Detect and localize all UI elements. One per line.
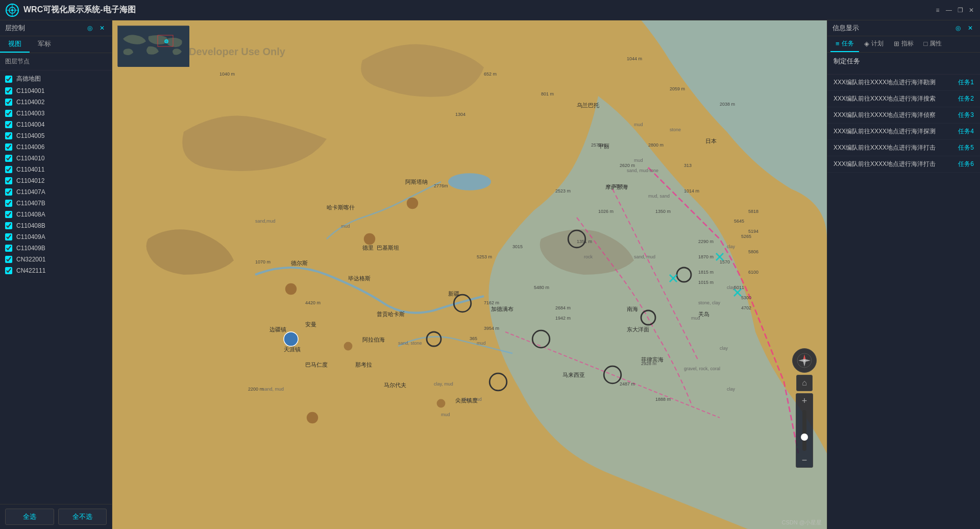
sidebar-close-icon[interactable]: ✕ bbox=[97, 23, 107, 33]
zoom-slider[interactable] bbox=[802, 410, 806, 451]
mission-section: 制定任务 bbox=[827, 53, 980, 75]
svg-line-25 bbox=[734, 289, 741, 296]
map-region-label: 天涯镇 bbox=[284, 346, 301, 353]
map-region-label: 德尔斯 bbox=[291, 259, 308, 267]
map-region-label: 阿斯塔纳 bbox=[405, 178, 428, 186]
layer-checkbox-0[interactable] bbox=[5, 76, 12, 83]
deselect-all-button[interactable]: 全不选 bbox=[58, 509, 107, 525]
right-tab-任务[interactable]: ≡任务 bbox=[830, 36, 859, 52]
map-region-label: 甲丽 bbox=[598, 142, 609, 150]
mission-item-4[interactable]: XXX编队前往XXXX地点进行海洋打击 任务5 bbox=[827, 140, 980, 156]
compass-control[interactable] bbox=[792, 348, 817, 373]
mission-text-1: XXX编队前往XXXX地点进行海洋搜索 bbox=[834, 94, 954, 103]
layer-checkbox-14[interactable] bbox=[5, 233, 12, 241]
layer-checkbox-9[interactable] bbox=[5, 177, 12, 184]
layer-item: C110409B bbox=[0, 243, 112, 254]
zoom-out-button[interactable]: − bbox=[796, 453, 813, 467]
layer-checkbox-17[interactable] bbox=[5, 267, 12, 274]
map-region-label: 德里 bbox=[362, 244, 374, 252]
layer-checkbox-6[interactable] bbox=[5, 143, 12, 151]
title-left: WRC可视化展示系统-电子海图 bbox=[5, 3, 136, 17]
right-header-icons: ◎ ✕ bbox=[953, 23, 975, 33]
view-tabs: 视图 军标 bbox=[0, 36, 112, 53]
svg-point-12 bbox=[454, 295, 471, 312]
layer-name-14: C110409A bbox=[16, 233, 107, 241]
layer-checkbox-2[interactable] bbox=[5, 99, 12, 106]
map-depth-label: 2776m bbox=[434, 183, 448, 188]
map-depth-label: mud, sand bbox=[648, 194, 670, 199]
layer-checkbox-4[interactable] bbox=[5, 121, 12, 128]
right-tabs: ≡任务◈计划⊞指标□属性 bbox=[827, 36, 980, 53]
mission-item-2[interactable]: XXX编队前往XXXX地点进行海洋侦察 任务3 bbox=[827, 107, 980, 124]
layer-name-0: 高德地图 bbox=[16, 75, 107, 83]
map-depth-label: clay bbox=[727, 387, 735, 392]
layer-checkbox-16[interactable] bbox=[5, 256, 12, 263]
dev-watermark: Developer Use Only bbox=[189, 46, 285, 58]
svg-line-20 bbox=[716, 253, 723, 260]
map-depth-label: sand,mud bbox=[255, 219, 276, 224]
mission-badge-2: 任务3 bbox=[958, 111, 974, 119]
tab-label-任务: 任务 bbox=[842, 39, 854, 48]
map-region-label: 新疆 bbox=[448, 290, 459, 298]
maximize-button[interactable]: ❐ bbox=[957, 7, 964, 14]
svg-point-19 bbox=[427, 332, 441, 346]
mission-item-0[interactable]: XXX编队前往XXXX地点进行海洋勘测 任务1 bbox=[827, 75, 980, 91]
right-close-icon[interactable]: ✕ bbox=[966, 23, 975, 33]
map-depth-label: 2620 m bbox=[620, 163, 635, 168]
right-tab-属性[interactable]: □属性 bbox=[919, 36, 947, 52]
tab-military[interactable]: 军标 bbox=[30, 36, 59, 53]
right-tab-指标[interactable]: ⊞指标 bbox=[889, 36, 919, 52]
layer-checkbox-1[interactable] bbox=[5, 87, 12, 94]
layer-checkbox-7[interactable] bbox=[5, 155, 12, 162]
map-region-label: 普贡哈卡斯 bbox=[377, 310, 405, 318]
mission-item-3[interactable]: XXX编队前往XXXX地点进行海洋探测 任务4 bbox=[827, 124, 980, 140]
map-depth-label: 1044 m bbox=[627, 56, 642, 61]
map-depth-label: 313 bbox=[684, 163, 692, 168]
map-labels: mudstonemudsand, mud·toneclaymud, sandsa… bbox=[112, 20, 827, 529]
tab-icon-属性: □ bbox=[924, 40, 928, 47]
map-area[interactable]: Developer Use Only mudstonemudsand, mud·… bbox=[112, 20, 827, 529]
map-depth-label: clay bbox=[720, 346, 728, 351]
mission-item-1[interactable]: XXX编队前往XXXX地点进行海洋搜索 任务2 bbox=[827, 91, 980, 107]
layer-item: CN422111 bbox=[0, 265, 112, 276]
home-button[interactable]: ⌂ bbox=[796, 375, 813, 391]
mission-badge-1: 任务2 bbox=[958, 94, 974, 103]
minimap[interactable] bbox=[117, 26, 189, 66]
mission-section-title: 制定任务 bbox=[834, 57, 974, 66]
map-depth-label: 1253 m bbox=[612, 183, 628, 188]
map-region-label: 哈卡斯喀什 bbox=[327, 204, 355, 211]
layer-checkbox-8[interactable] bbox=[5, 166, 12, 173]
mission-list: XXX编队前往XXXX地点进行海洋勘测 任务1 XXX编队前往XXXX地点进行海… bbox=[827, 75, 980, 529]
layer-item: C1104005 bbox=[0, 130, 112, 141]
svg-point-32 bbox=[284, 332, 298, 346]
sidebar-refresh-icon[interactable]: ◎ bbox=[85, 23, 94, 33]
mission-badge-0: 任务1 bbox=[958, 78, 974, 87]
map-region-label: 那考拉 bbox=[355, 361, 372, 369]
layer-checkbox-15[interactable] bbox=[5, 245, 12, 252]
layer-checkbox-12[interactable] bbox=[5, 211, 12, 218]
minimize-button[interactable]: — bbox=[945, 7, 952, 14]
menu-button[interactable]: ≡ bbox=[934, 7, 941, 14]
map-depth-label: 5265 bbox=[741, 234, 751, 239]
layer-name-16: CN322001 bbox=[16, 256, 107, 263]
layer-item: C1104012 bbox=[0, 175, 112, 186]
right-tab-计划[interactable]: ◈计划 bbox=[859, 36, 889, 52]
layer-checkbox-5[interactable] bbox=[5, 132, 12, 139]
map-region-label: 边疆镇 bbox=[270, 326, 286, 333]
mission-item-5[interactable]: XXX编队前往XXXX地点进行海洋打击 任务6 bbox=[827, 156, 980, 173]
map-depth-label: 6100 bbox=[748, 270, 758, 275]
layer-checkbox-3[interactable] bbox=[5, 110, 12, 117]
layer-item: C1104006 bbox=[0, 141, 112, 153]
layer-checkbox-11[interactable] bbox=[5, 200, 12, 207]
layer-checkbox-10[interactable] bbox=[5, 188, 12, 196]
tab-map[interactable]: 视图 bbox=[0, 36, 30, 53]
layer-item: C110407B bbox=[0, 198, 112, 209]
layer-checkbox-13[interactable] bbox=[5, 222, 12, 229]
zoom-in-button[interactable]: + bbox=[796, 394, 813, 408]
svg-point-29 bbox=[307, 412, 318, 423]
close-button[interactable]: ✕ bbox=[968, 7, 975, 14]
select-all-button[interactable]: 全选 bbox=[5, 509, 54, 525]
right-refresh-icon[interactable]: ◎ bbox=[953, 23, 963, 33]
map-depth-label: 1351 m bbox=[577, 239, 592, 244]
mission-text-4: XXX编队前往XXXX地点进行海洋打击 bbox=[834, 143, 954, 152]
